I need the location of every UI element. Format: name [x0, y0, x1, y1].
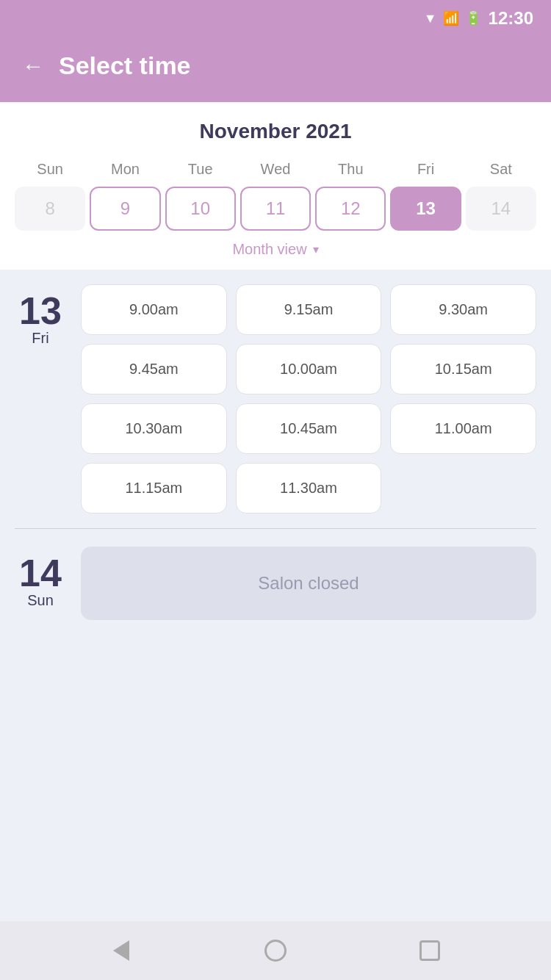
- calendar-grid: Sun Mon Tue Wed Thu Fri Sat 8 9 10 11 12…: [15, 156, 536, 231]
- day-number-14: 14: [19, 554, 62, 592]
- day-block-13: 13 Fri 9.00am 9.15am 9.30am 9.45am 10.00…: [15, 284, 536, 514]
- signal-icon: 📶: [443, 10, 459, 26]
- day-name-14: Sun: [27, 592, 54, 609]
- time-section: 13 Fri 9.00am 9.15am 9.30am 9.45am 10.00…: [0, 270, 551, 921]
- day-block-14: 14 Sun Salon closed: [15, 547, 536, 620]
- chevron-down-icon: ▾: [313, 242, 319, 256]
- time-slot-900am[interactable]: 9.00am: [81, 284, 227, 335]
- time-slot-1000am[interactable]: 10.00am: [236, 344, 382, 394]
- time-slot-1030am[interactable]: 10.30am: [81, 403, 227, 454]
- day-header-mon: Mon: [90, 156, 160, 182]
- day-name-13: Fri: [32, 330, 48, 347]
- day-cell-13[interactable]: 13: [390, 187, 461, 231]
- time-slot-930am[interactable]: 9.30am: [390, 284, 536, 335]
- time-slot-945am[interactable]: 9.45am: [81, 344, 227, 394]
- day-label-14: 14 Sun: [15, 547, 66, 620]
- time-slot-1045am[interactable]: 10.45am: [236, 403, 382, 454]
- time-slot-1100am[interactable]: 11.00am: [390, 403, 536, 454]
- day-header-sat: Sat: [466, 156, 536, 182]
- salon-closed-label: Salon closed: [81, 547, 536, 620]
- status-time: 12:30: [489, 8, 533, 29]
- status-icons: ▼ 📶 🔋: [424, 10, 481, 26]
- page-title: Select time: [59, 51, 191, 80]
- day-header-wed: Wed: [240, 156, 311, 182]
- day-cell-14[interactable]: 14: [466, 187, 536, 231]
- battery-icon: 🔋: [465, 10, 481, 26]
- day-number-13: 13: [19, 292, 62, 330]
- day-cell-11[interactable]: 11: [240, 187, 311, 231]
- day-header-thu: Thu: [315, 156, 386, 182]
- recents-nav-icon: [419, 940, 440, 961]
- day-label-13: 13 Fri: [15, 284, 66, 514]
- home-nav-icon: [264, 940, 287, 962]
- header: ← Select time: [0, 37, 551, 102]
- time-slot-1115am[interactable]: 11.15am: [81, 463, 227, 514]
- wifi-icon: ▼: [424, 11, 437, 26]
- day-cell-9[interactable]: 9: [90, 187, 160, 231]
- nav-home-button[interactable]: [257, 932, 294, 969]
- nav-recents-button[interactable]: [411, 932, 448, 969]
- status-bar: ▼ 📶 🔋 12:30: [0, 0, 551, 37]
- time-slot-915am[interactable]: 9.15am: [236, 284, 382, 335]
- day-header-fri: Fri: [390, 156, 461, 182]
- month-view-toggle[interactable]: Month view ▾: [15, 241, 536, 258]
- time-slots-grid-13: 9.00am 9.15am 9.30am 9.45am 10.00am 10.1…: [81, 284, 536, 514]
- time-slot-1130am[interactable]: 11.30am: [236, 463, 382, 514]
- bottom-nav: [0, 921, 551, 980]
- day-cell-10[interactable]: 10: [165, 187, 236, 231]
- day-cell-8[interactable]: 8: [15, 187, 85, 231]
- back-nav-icon: [113, 940, 129, 961]
- day-header-tue: Tue: [165, 156, 236, 182]
- time-slot-1015am[interactable]: 10.15am: [390, 344, 536, 394]
- back-button[interactable]: ←: [22, 54, 44, 79]
- day-header-sun: Sun: [15, 156, 85, 182]
- month-year-title: November 2021: [15, 120, 536, 143]
- day-separator: [15, 528, 536, 529]
- month-view-label: Month view: [232, 241, 306, 258]
- calendar-section: November 2021 Sun Mon Tue Wed Thu Fri Sa…: [0, 102, 551, 270]
- nav-back-button[interactable]: [103, 932, 140, 969]
- day-cell-12[interactable]: 12: [315, 187, 386, 231]
